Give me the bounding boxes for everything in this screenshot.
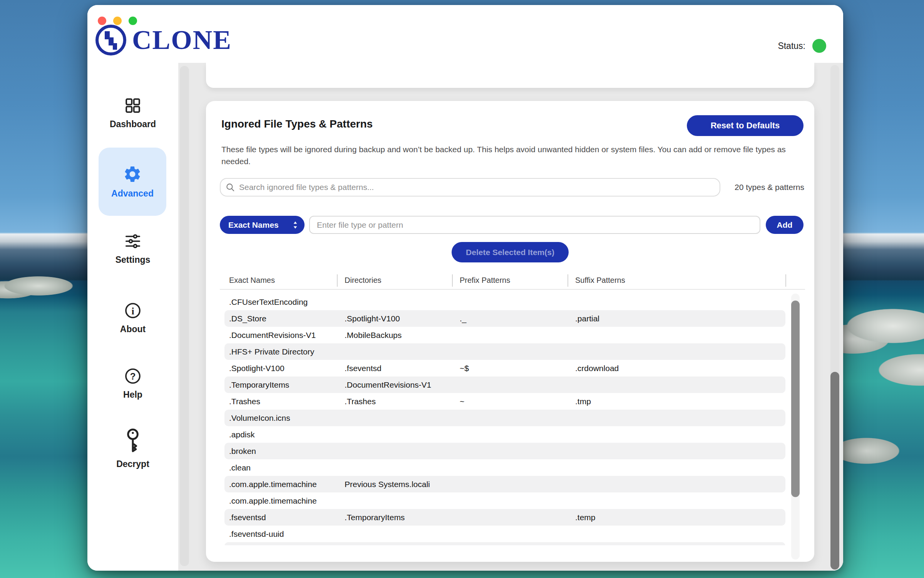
cell-prefix-pattern <box>460 459 572 476</box>
sidebar-item-about[interactable]: i About <box>87 302 178 334</box>
sidebar-item-dashboard[interactable]: Dashboard <box>87 97 178 129</box>
question-icon: ? <box>124 367 142 385</box>
cell-suffix-pattern <box>575 459 782 476</box>
cell-exact-name: .fseventsd-uuid <box>229 526 341 542</box>
zoom-button[interactable] <box>129 17 137 25</box>
cell-exact-name: .apdisk <box>229 426 341 443</box>
table-row[interactable]: .fseventsd .TemporaryItems .temp <box>224 509 785 526</box>
app-title: CLONE <box>132 27 232 54</box>
cell-prefix-pattern <box>460 476 572 492</box>
sidebar-item-label: About <box>120 324 146 334</box>
cell-suffix-pattern <box>575 327 782 343</box>
cell-directory: Previous Systems.locali <box>345 476 457 492</box>
types-count-label: 20 types & patterns <box>735 183 804 192</box>
table-row[interactable]: .Trashes .Trashes ~ .tmp <box>224 393 785 410</box>
cell-suffix-pattern <box>575 376 782 393</box>
table-scrollbar <box>791 294 800 560</box>
table-header: Exact Names Directories Prefix Patterns … <box>206 274 814 287</box>
cell-suffix-pattern <box>575 426 782 443</box>
cell-exact-name: .VolumeIcon.icns <box>229 410 341 426</box>
cell-suffix-pattern <box>575 492 782 509</box>
cell-exact-name: .Trashes <box>229 393 341 410</box>
panel-description: These file types will be ignored during … <box>221 143 805 167</box>
status-label: Status: <box>778 41 805 51</box>
table-scrollbar-thumb[interactable] <box>791 301 800 497</box>
cell-prefix-pattern <box>460 492 572 509</box>
table-row[interactable]: .apdisk <box>224 426 785 443</box>
cell-prefix-pattern <box>460 443 572 459</box>
delete-selected-button[interactable]: Delete Selected Item(s) <box>452 242 569 262</box>
sidebar-item-label: Help <box>123 390 142 400</box>
reset-to-defaults-button[interactable]: Reset to Defaults <box>687 115 803 136</box>
table-row[interactable]: .com.apple.timemachine <box>224 492 785 509</box>
cell-exact-name: .com.apple.timemachine <box>229 476 341 492</box>
cell-exact-name: .clean <box>229 459 341 476</box>
cell-prefix-pattern <box>460 376 572 393</box>
close-button[interactable] <box>98 17 106 25</box>
table-row[interactable]: .TemporaryItems .DocumentRevisions-V1 <box>224 376 785 393</box>
table-row[interactable]: .broken <box>224 443 785 459</box>
cell-prefix-pattern <box>460 410 572 426</box>
table-row[interactable]: .HFS+ Private Directory <box>224 343 785 360</box>
cell-directory: .MobileBackups <box>345 327 457 343</box>
sidebar-item-settings[interactable]: Settings <box>87 232 178 265</box>
grid-icon <box>124 97 142 114</box>
cell-prefix-pattern <box>460 426 572 443</box>
cell-suffix-pattern: .partial <box>575 310 782 327</box>
column-divider <box>452 274 453 287</box>
cell-directory: .Trashes <box>345 393 457 410</box>
cell-suffix-pattern <box>575 476 782 492</box>
table-row[interactable]: .DS_Store .Spotlight-V100 ._ .partial <box>224 310 785 327</box>
sidebar-item-help[interactable]: ? Help <box>87 367 178 400</box>
sidebar-item-label: Settings <box>116 255 151 265</box>
column-header-prefix-patterns: Prefix Patterns <box>460 276 510 285</box>
svg-text:i: i <box>131 306 134 317</box>
table-row[interactable]: .DocumentRevisions-V1 .MobileBackups <box>224 327 785 343</box>
column-divider <box>337 274 338 287</box>
cell-exact-name: .com.apple.timemachine <box>229 492 341 509</box>
status-dot-green <box>812 39 826 53</box>
chevron-up-down-icon <box>292 220 298 230</box>
cell-prefix-pattern <box>460 327 572 343</box>
add-button[interactable]: Add <box>766 216 803 234</box>
search-input[interactable] <box>220 178 720 197</box>
cell-suffix-pattern: .crdownload <box>575 360 782 376</box>
pattern-type-select[interactable]: Exact Names <box>220 216 305 234</box>
pattern-type-selected-value: Exact Names <box>228 220 279 230</box>
cell-suffix-pattern <box>575 542 782 545</box>
search-icon <box>225 182 235 192</box>
cell-directory <box>345 443 457 459</box>
cell-directory: .DocumentRevisions-V1 <box>345 376 457 393</box>
cell-prefix-pattern <box>460 509 572 526</box>
cell-suffix-pattern <box>575 526 782 542</box>
cell-exact-name: .CFUserTextEncoding <box>229 294 341 310</box>
cell-prefix-pattern: ~$ <box>460 360 572 376</box>
table-row[interactable]: .clean <box>224 459 785 476</box>
new-pattern-input[interactable] <box>309 216 760 234</box>
table-row[interactable]: .fseventsd-uuid <box>224 526 785 542</box>
table-row[interactable] <box>224 542 785 545</box>
cell-directory <box>345 426 457 443</box>
table-row[interactable]: .VolumeIcon.icns <box>224 410 785 426</box>
sidebar-item-advanced[interactable]: Advanced <box>99 148 166 216</box>
ignored-file-types-panel: Ignored File Types & Patterns Reset to D… <box>206 101 814 562</box>
clone-logo-icon <box>94 24 127 57</box>
cell-suffix-pattern <box>575 294 782 310</box>
page-scrollbar <box>830 65 839 566</box>
table-row[interactable]: .com.apple.timemachine Previous Systems.… <box>224 476 785 492</box>
cell-exact-name: .DocumentRevisions-V1 <box>229 327 341 343</box>
cell-directory: .fseventsd <box>345 360 457 376</box>
key-icon <box>124 428 142 454</box>
app-window: CLONE Status: Dashboard Advanced <box>87 5 843 571</box>
minimize-button[interactable] <box>113 17 122 25</box>
page-scrollbar-thumb[interactable] <box>830 372 839 570</box>
cell-suffix-pattern <box>575 443 782 459</box>
cell-exact-name: .DS_Store <box>229 310 341 327</box>
sidebar-item-decrypt[interactable]: Decrypt <box>87 428 178 469</box>
status-indicator: Status: <box>778 39 826 53</box>
cell-exact-name: .Spotlight-V100 <box>229 360 341 376</box>
table-row[interactable]: .Spotlight-V100 .fseventsd ~$ .crdownloa… <box>224 360 785 376</box>
table-row[interactable]: .CFUserTextEncoding <box>224 294 785 310</box>
cell-exact-name <box>229 542 341 545</box>
cell-suffix-pattern: .tmp <box>575 393 782 410</box>
